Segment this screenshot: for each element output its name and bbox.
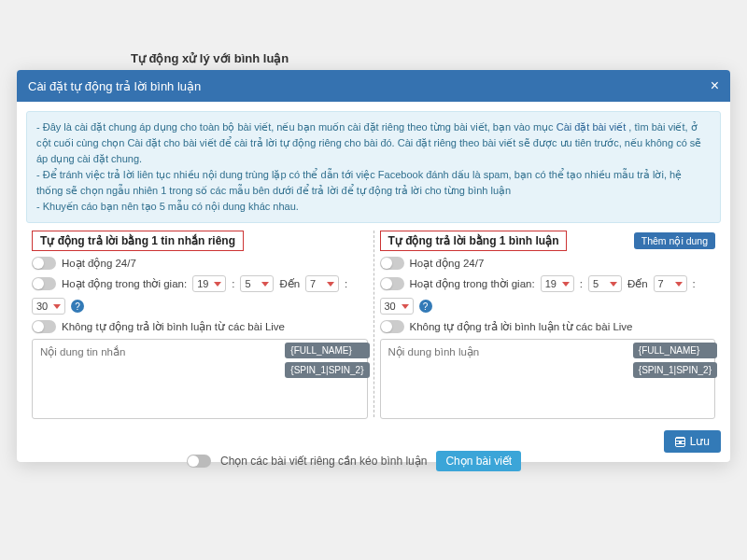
comment-reply-column: Tự động trả lời bằng 1 bình luận Thêm nộ… bbox=[374, 231, 722, 417]
info-line-3: - Khuyến cáo bạn nên tạo 5 mẫu có nội du… bbox=[36, 199, 711, 215]
select-from-hour[interactable]: 19 bbox=[541, 275, 574, 292]
toggle-no-live[interactable] bbox=[32, 320, 56, 333]
caret-down-icon bbox=[610, 282, 617, 287]
tag-fullname[interactable]: {FULL_NAME} bbox=[285, 343, 369, 358]
select-count[interactable]: 30 bbox=[32, 298, 65, 315]
placeholder-tags: {FULL_NAME} {SPIN_1|SPIN_2} bbox=[633, 343, 717, 378]
auto-reply-settings-modal: Cài đặt tự động trả lời bình luận × - Đâ… bbox=[17, 70, 730, 462]
label-247: Hoạt động 24/7 bbox=[410, 257, 485, 270]
label-to: Đến bbox=[627, 277, 648, 290]
toggle-247[interactable] bbox=[32, 257, 56, 270]
caret-down-icon bbox=[214, 282, 221, 287]
caret-down-icon bbox=[53, 304, 61, 309]
toggle-time-range[interactable] bbox=[32, 277, 56, 290]
caret-down-icon bbox=[327, 282, 334, 287]
modal-overlay: Cài đặt tự động trả lời bình luận × - Đâ… bbox=[17, 70, 730, 462]
column-title-private: Tự động trả lời bằng 1 tin nhắn riêng bbox=[32, 231, 244, 251]
select-count[interactable]: 30 bbox=[380, 298, 414, 315]
message-content-area: {FULL_NAME} {SPIN_1|SPIN_2} bbox=[32, 339, 368, 423]
private-message-column: Tự động trả lời bằng 1 tin nhắn riêng Ho… bbox=[26, 231, 374, 417]
info-panel: - Đây là cài đặt chung áp dụng cho toàn … bbox=[26, 111, 721, 223]
tag-spin[interactable]: {SPIN_1|SPIN_2} bbox=[285, 362, 369, 378]
info-text: - Đây là cài đặt chung áp dụng cho toàn … bbox=[36, 121, 557, 133]
page-title: Tự động xử lý với bình luận bbox=[131, 51, 728, 65]
select-to-hour[interactable]: 7 bbox=[305, 275, 339, 292]
comment-content-area: {FULL_NAME} {SPIN_1|SPIN_2} Xóa bbox=[380, 339, 716, 423]
column-title-comment: Tự động trả lời bằng 1 bình luận bbox=[380, 231, 568, 251]
modal-header: Cài đặt tự động trả lời bình luận × bbox=[17, 70, 730, 102]
toggle-select-posts[interactable] bbox=[187, 455, 211, 468]
modal-body: Tự động trả lời bằng 1 tin nhắn riêng Ho… bbox=[17, 231, 730, 425]
help-icon[interactable]: ? bbox=[71, 300, 84, 313]
caret-down-icon bbox=[675, 282, 683, 287]
select-from-min[interactable]: 5 bbox=[588, 275, 622, 292]
info-line-2: - Để tránh việc trả lời liên tục nhiều n… bbox=[36, 167, 711, 199]
toggle-247[interactable] bbox=[380, 257, 404, 270]
add-content-button[interactable]: Thêm nội dung bbox=[634, 232, 715, 249]
caret-down-icon bbox=[261, 282, 269, 287]
select-from-min[interactable]: 5 bbox=[240, 275, 274, 292]
label-247: Hoạt động 24/7 bbox=[62, 257, 136, 270]
toggle-no-live[interactable] bbox=[380, 320, 404, 333]
info-highlight: Cài đặt bài viết bbox=[557, 121, 627, 133]
help-icon[interactable]: ? bbox=[419, 300, 432, 313]
info-line-1: - Đây là cài đặt chung áp dụng cho toàn … bbox=[36, 119, 711, 167]
label-no-live: Không tự động trả lời bình luận từ các b… bbox=[62, 320, 285, 333]
tag-spin[interactable]: {SPIN_1|SPIN_2} bbox=[633, 362, 717, 378]
caret-down-icon bbox=[402, 304, 409, 309]
label-time-range: Hoạt động trong thời gian: bbox=[62, 277, 187, 290]
save-label: Lưu bbox=[690, 435, 710, 448]
close-icon[interactable]: × bbox=[711, 77, 719, 94]
label-to: Đến bbox=[279, 277, 300, 290]
label-select-posts: Chọn các bài viết riêng cần kéo bình luậ… bbox=[220, 455, 427, 468]
select-from-hour[interactable]: 19 bbox=[192, 275, 226, 292]
save-icon bbox=[675, 437, 685, 447]
label-no-live: Không tự động trả lời bình luận từ các b… bbox=[410, 320, 633, 333]
modal-title: Cài đặt tự động trả lời bình luận bbox=[28, 79, 201, 93]
caret-down-icon bbox=[562, 282, 570, 287]
toggle-time-range[interactable] bbox=[380, 277, 404, 290]
tag-fullname[interactable]: {FULL_NAME} bbox=[633, 343, 717, 358]
background-footer: Chọn các bài viết riêng cần kéo bình luậ… bbox=[187, 451, 521, 471]
choose-post-button[interactable]: Chọn bài viết bbox=[436, 451, 521, 471]
select-to-hour[interactable]: 7 bbox=[654, 275, 687, 292]
label-time-range: Hoạt động trong thời gian: bbox=[410, 277, 535, 290]
placeholder-tags: {FULL_NAME} {SPIN_1|SPIN_2} bbox=[285, 343, 369, 378]
save-button[interactable]: Lưu bbox=[664, 430, 721, 453]
